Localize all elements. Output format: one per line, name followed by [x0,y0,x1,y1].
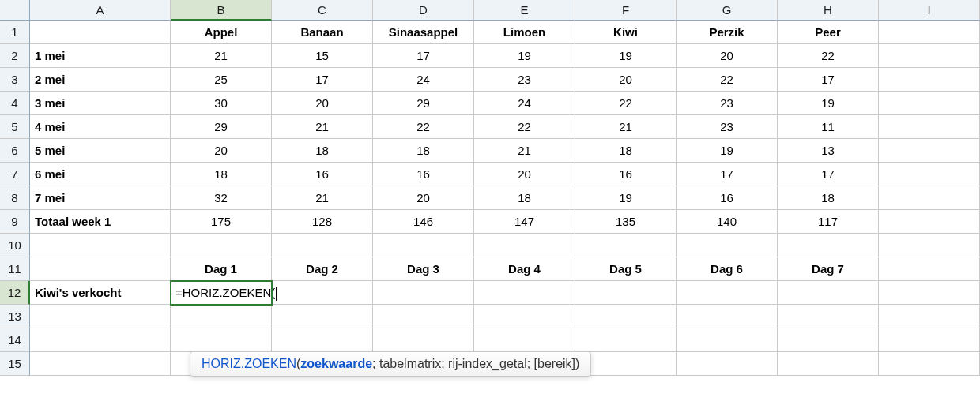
cell-I10[interactable] [879,234,980,257]
cell-D14[interactable] [373,328,474,352]
cell-A14[interactable] [30,328,171,352]
cell-C7[interactable]: 16 [272,163,373,186]
cell-D4[interactable]: 29 [373,92,474,115]
cell-B14[interactable] [171,328,272,352]
cell-A13[interactable] [30,305,171,328]
cell-H8[interactable]: 18 [778,186,879,210]
cell-C4[interactable]: 20 [272,92,373,115]
cell-I6[interactable] [879,139,980,163]
cell-D10[interactable] [373,234,474,257]
cell-H12[interactable] [778,281,879,305]
cell-H11[interactable]: Dag 7 [778,257,879,281]
cell-B8[interactable]: 32 [171,186,272,210]
cell-H15[interactable] [778,352,879,376]
cell-A3[interactable]: 2 mei [30,68,171,92]
cell-E4[interactable]: 24 [474,92,575,115]
row-header-2[interactable]: 2 [0,44,30,68]
row-header-3[interactable]: 3 [0,68,30,92]
cell-A2[interactable]: 1 mei [30,44,171,68]
cell-C6[interactable]: 18 [272,139,373,163]
cell-F10[interactable] [575,234,677,257]
row-header-11[interactable]: 11 [0,257,30,281]
cell-F7[interactable]: 16 [575,163,677,186]
cell-H2[interactable]: 22 [778,44,879,68]
cell-D3[interactable]: 24 [373,68,474,92]
cell-C11[interactable]: Dag 2 [272,257,373,281]
row-header-5[interactable]: 5 [0,115,30,139]
cell-F14[interactable] [575,328,677,352]
cell-B5[interactable]: 29 [171,115,272,139]
cell-I11[interactable] [879,257,980,281]
column-header-B[interactable]: B [171,0,272,21]
cell-E2[interactable]: 19 [474,44,575,68]
select-all-corner[interactable] [0,0,30,21]
row-header-15[interactable]: 15 [0,352,30,376]
cell-H7[interactable]: 17 [778,163,879,186]
row-header-6[interactable]: 6 [0,139,30,163]
cell-H9[interactable]: 117 [778,210,879,234]
active-cell-B12[interactable]: =HORIZ.ZOEKEN( [171,281,272,305]
cell-F6[interactable]: 18 [575,139,677,163]
cell-G4[interactable]: 23 [677,92,778,115]
cell-C14[interactable] [272,328,373,352]
cell-C9[interactable]: 128 [272,210,373,234]
row-header-8[interactable]: 8 [0,186,30,210]
cell-A11[interactable] [30,257,171,281]
cell-G8[interactable]: 16 [677,186,778,210]
column-header-E[interactable]: E [474,0,575,21]
row-header-1[interactable]: 1 [0,21,30,44]
cell-B9[interactable]: 175 [171,210,272,234]
cell-F1[interactable]: Kiwi [575,21,677,44]
cell-I14[interactable] [879,328,980,352]
cell-D11[interactable]: Dag 3 [373,257,474,281]
tooltip-active-arg[interactable]: zoekwaarde [300,357,372,370]
cell-G2[interactable]: 20 [677,44,778,68]
cell-B2[interactable]: 21 [171,44,272,68]
row-header-14[interactable]: 14 [0,328,30,352]
cell-G15[interactable] [677,352,778,376]
cell-F5[interactable]: 21 [575,115,677,139]
tooltip-function-name[interactable]: HORIZ.ZOEKEN [202,357,296,370]
cell-E7[interactable]: 20 [474,163,575,186]
cell-H6[interactable]: 13 [778,139,879,163]
cell-E5[interactable]: 22 [474,115,575,139]
cell-G3[interactable]: 22 [677,68,778,92]
cell-F8[interactable]: 19 [575,186,677,210]
cell-C3[interactable]: 17 [272,68,373,92]
row-header-4[interactable]: 4 [0,92,30,115]
cell-G1[interactable]: Perzik [677,21,778,44]
cell-B3[interactable]: 25 [171,68,272,92]
cell-B11[interactable]: Dag 1 [171,257,272,281]
cell-B13[interactable] [171,305,272,328]
cell-I5[interactable] [879,115,980,139]
cell-D1[interactable]: Sinaasappel [373,21,474,44]
cell-I15[interactable] [879,352,980,376]
cell-A10[interactable] [30,234,171,257]
column-header-D[interactable]: D [373,0,474,21]
cell-A5[interactable]: 4 mei [30,115,171,139]
spreadsheet-grid[interactable]: ABCDEFGHI1AppelBanaanSinaasappelLimoenKi… [0,0,980,376]
cell-D7[interactable]: 16 [373,163,474,186]
cell-H14[interactable] [778,328,879,352]
column-header-H[interactable]: H [778,0,879,21]
cell-H10[interactable] [778,234,879,257]
column-header-C[interactable]: C [272,0,373,21]
cell-I3[interactable] [879,68,980,92]
cell-A12[interactable]: Kiwi's verkocht [30,281,171,305]
cell-I13[interactable] [879,305,980,328]
cell-B4[interactable]: 30 [171,92,272,115]
column-header-I[interactable]: I [879,0,980,21]
cell-A4[interactable]: 3 mei [30,92,171,115]
cell-H4[interactable]: 19 [778,92,879,115]
cell-I2[interactable] [879,44,980,68]
cell-I7[interactable] [879,163,980,186]
cell-F2[interactable]: 19 [575,44,677,68]
cell-E6[interactable]: 21 [474,139,575,163]
row-header-9[interactable]: 9 [0,210,30,234]
row-header-7[interactable]: 7 [0,163,30,186]
cell-E11[interactable]: Dag 4 [474,257,575,281]
cell-I8[interactable] [879,186,980,210]
cell-E13[interactable] [474,305,575,328]
cell-F4[interactable]: 22 [575,92,677,115]
cell-C12[interactable] [272,281,373,305]
